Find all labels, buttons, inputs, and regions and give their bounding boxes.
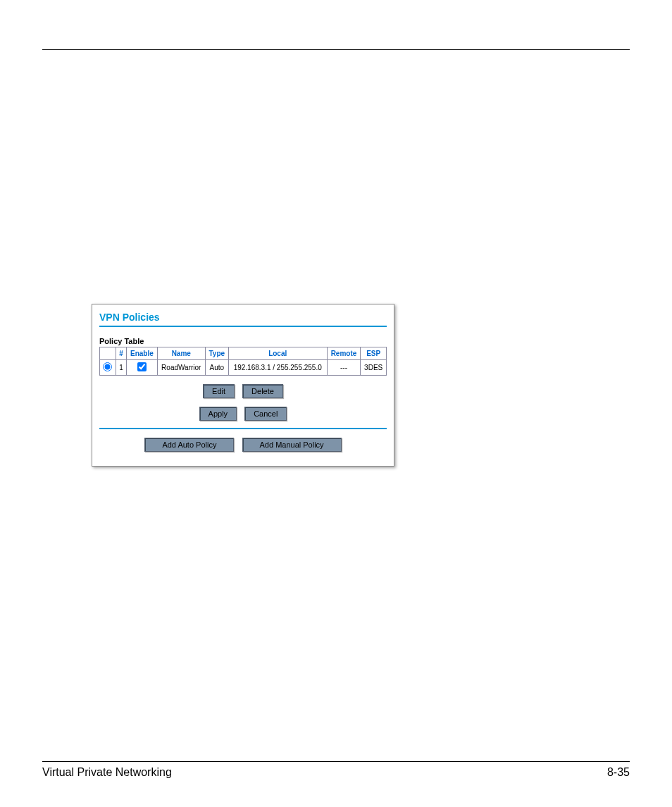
col-enable: Enable [127,347,158,360]
edit-button[interactable]: Edit [203,384,235,398]
table-header-row: # Enable Name Type Local Remote ESP [100,347,387,360]
row-enable-checkbox[interactable] [137,362,147,371]
table-row: 1 RoadWarrior Auto 192.168.3.1 / 255.255… [100,360,387,376]
cell-local: 192.168.3.1 / 255.255.255.0 [228,360,327,376]
policy-table: # Enable Name Type Local Remote ESP 1 Ro… [99,347,387,376]
apply-button[interactable]: Apply [199,407,237,421]
divider [99,428,387,429]
edit-delete-row: Edit Delete [99,384,387,398]
divider [99,326,387,327]
panel-title: VPN Policies [99,312,387,323]
add-policy-row: Add Auto Policy Add Manual Policy [99,438,387,452]
cell-name: RoadWarrior [157,360,205,376]
footer-rule [42,761,630,762]
row-select-radio[interactable] [103,362,112,371]
vpn-policies-panel: VPN Policies Policy Table # Enable Name … [92,304,394,467]
footer-page-number: 8-35 [607,766,630,779]
apply-cancel-row: Apply Cancel [99,407,387,421]
add-auto-policy-button[interactable]: Add Auto Policy [144,438,234,452]
cell-num: 1 [116,360,126,376]
cell-type: Auto [205,360,228,376]
col-esp: ESP [361,347,387,360]
col-name: Name [157,347,205,360]
top-rule [42,49,630,50]
delete-button[interactable]: Delete [242,384,283,398]
cell-esp: 3DES [361,360,387,376]
col-remote: Remote [327,347,361,360]
cell-remote: --- [327,360,361,376]
col-local: Local [228,347,327,360]
policy-table-label: Policy Table [99,337,387,345]
col-num: # [116,347,126,360]
page-footer: Virtual Private Networking 8-35 [42,761,630,779]
col-select [100,347,116,360]
cancel-button[interactable]: Cancel [244,407,287,421]
col-type: Type [205,347,228,360]
add-manual-policy-button[interactable]: Add Manual Policy [242,438,342,452]
footer-section-title: Virtual Private Networking [42,766,172,779]
